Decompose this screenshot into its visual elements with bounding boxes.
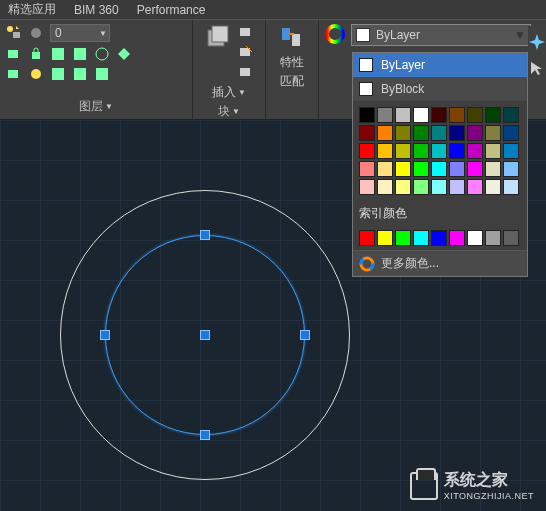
color-option-bylayer[interactable]: ByLayer <box>353 53 527 77</box>
palette-swatch[interactable] <box>431 125 447 141</box>
palette-swatch[interactable] <box>395 161 411 177</box>
svg-rect-15 <box>240 28 250 36</box>
layer-color-icon[interactable] <box>50 46 66 62</box>
layer-walk-icon[interactable] <box>28 66 44 82</box>
layer-off-icon[interactable] <box>28 25 44 41</box>
palette-swatch[interactable] <box>503 179 519 195</box>
palette-swatch[interactable] <box>377 107 393 123</box>
palette-swatch[interactable] <box>377 125 393 141</box>
grip-top[interactable] <box>200 230 210 240</box>
palette-swatch[interactable] <box>431 179 447 195</box>
palette-swatch[interactable] <box>503 107 519 123</box>
layer-dropdown[interactable]: 0 ▼ <box>50 24 110 42</box>
grip-right[interactable] <box>300 330 310 340</box>
palette-swatch[interactable] <box>413 107 429 123</box>
insert-block-icon[interactable] <box>204 24 232 52</box>
palette-swatch[interactable] <box>485 107 501 123</box>
edit-block-icon[interactable] <box>238 44 254 60</box>
palette-swatch[interactable] <box>413 125 429 141</box>
svg-rect-10 <box>52 68 64 80</box>
palette-swatch[interactable] <box>413 161 429 177</box>
palette-swatch[interactable] <box>503 143 519 159</box>
layer-lock-icon[interactable] <box>28 46 44 62</box>
color-selector[interactable]: ByLayer ▼ <box>351 24 531 46</box>
palette-swatch[interactable] <box>467 107 483 123</box>
layer-match-icon[interactable] <box>72 46 88 62</box>
sparkle-icon[interactable] <box>529 34 545 50</box>
palette-swatch[interactable] <box>413 179 429 195</box>
svg-rect-18 <box>282 28 290 40</box>
palette-swatch[interactable] <box>359 107 375 123</box>
layer-iso-icon[interactable] <box>116 46 132 62</box>
palette-swatch[interactable] <box>485 161 501 177</box>
palette-swatch[interactable] <box>449 179 465 195</box>
palette-swatch[interactable] <box>431 161 447 177</box>
watermark: 系统之家 XITONGZHIJIA.NET <box>410 470 534 501</box>
tab-performance[interactable]: Performance <box>137 3 206 17</box>
index-swatch[interactable] <box>449 230 465 246</box>
tab-bar: 精选应用 BIM 360 Performance <box>0 0 546 20</box>
palette-swatch[interactable] <box>359 143 375 159</box>
index-swatch[interactable] <box>485 230 501 246</box>
index-swatch[interactable] <box>395 230 411 246</box>
index-swatch[interactable] <box>431 230 447 246</box>
palette-swatch[interactable] <box>377 143 393 159</box>
palette-swatch[interactable] <box>377 179 393 195</box>
palette-swatch[interactable] <box>485 125 501 141</box>
watermark-title: 系统之家 <box>444 470 534 491</box>
color-swatch <box>359 58 373 72</box>
attr-block-icon[interactable] <box>238 64 254 80</box>
layer-merge-icon[interactable] <box>50 66 66 82</box>
palette-swatch[interactable] <box>467 179 483 195</box>
layer-states-icon[interactable] <box>6 66 22 82</box>
panel-layers-label: 图层 ▼ <box>6 96 186 115</box>
layer-manager-icon[interactable] <box>94 66 110 82</box>
color-swatch <box>359 82 373 96</box>
index-swatch[interactable] <box>359 230 375 246</box>
palette-swatch[interactable] <box>449 143 465 159</box>
index-swatch[interactable] <box>377 230 393 246</box>
tab-featured[interactable]: 精选应用 <box>8 1 56 18</box>
cursor-arrow-icon[interactable] <box>529 60 545 76</box>
grip-left[interactable] <box>100 330 110 340</box>
layer-freeze-icon[interactable] <box>6 46 22 62</box>
palette-swatch[interactable] <box>467 125 483 141</box>
create-block-icon[interactable] <box>238 24 254 40</box>
palette-swatch[interactable] <box>431 107 447 123</box>
grip-center[interactable] <box>200 330 210 340</box>
palette-swatch[interactable] <box>413 143 429 159</box>
match-props-icon[interactable] <box>278 24 306 52</box>
svg-rect-4 <box>32 52 40 59</box>
tab-bim360[interactable]: BIM 360 <box>74 3 119 17</box>
palette-swatch[interactable] <box>395 125 411 141</box>
palette-swatch[interactable] <box>449 161 465 177</box>
color-option-byblock[interactable]: ByBlock <box>353 77 527 101</box>
more-colors[interactable]: 更多颜色... <box>353 250 527 276</box>
layer-delete-icon[interactable] <box>72 66 88 82</box>
svg-rect-12 <box>96 68 108 80</box>
index-swatch[interactable] <box>467 230 483 246</box>
insert-label[interactable]: 插入 <box>212 84 236 101</box>
palette-swatch[interactable] <box>467 161 483 177</box>
palette-swatch[interactable] <box>359 161 375 177</box>
palette-swatch[interactable] <box>503 161 519 177</box>
palette-swatch[interactable] <box>449 107 465 123</box>
palette-swatch[interactable] <box>395 179 411 195</box>
palette-swatch[interactable] <box>503 125 519 141</box>
layer-prev-icon[interactable] <box>94 46 110 62</box>
palette-swatch[interactable] <box>359 179 375 195</box>
palette-swatch[interactable] <box>431 143 447 159</box>
layer-new-icon[interactable] <box>6 25 22 41</box>
palette-swatch[interactable] <box>395 107 411 123</box>
index-swatch[interactable] <box>503 230 519 246</box>
palette-swatch[interactable] <box>449 125 465 141</box>
palette-swatch[interactable] <box>377 161 393 177</box>
grip-bottom[interactable] <box>200 430 210 440</box>
palette-swatch[interactable] <box>485 143 501 159</box>
palette-swatch[interactable] <box>485 179 501 195</box>
palette-swatch[interactable] <box>467 143 483 159</box>
color-wheel-icon[interactable] <box>325 24 345 44</box>
index-swatch[interactable] <box>413 230 429 246</box>
palette-swatch[interactable] <box>395 143 411 159</box>
palette-swatch[interactable] <box>359 125 375 141</box>
